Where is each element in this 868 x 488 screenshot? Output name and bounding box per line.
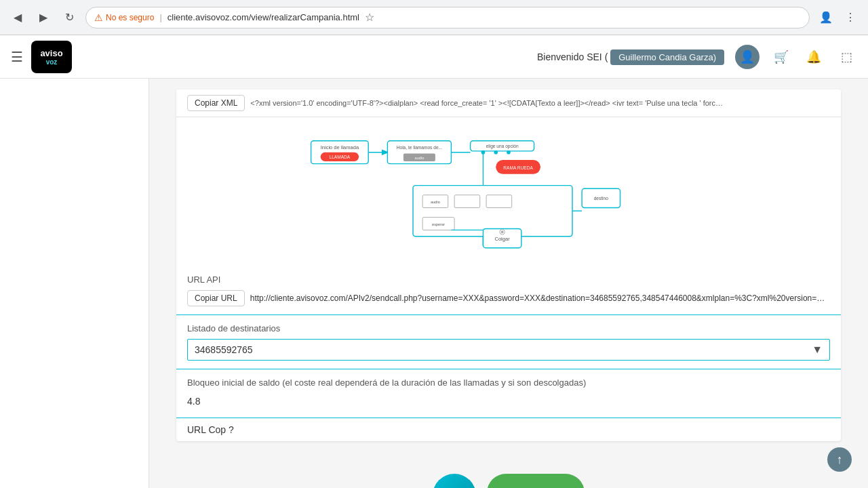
svg-text:esperar: esperar	[432, 222, 445, 226]
copy-url-button[interactable]: Copiar URL	[187, 290, 245, 306]
scroll-top-icon: ↑	[837, 453, 843, 467]
logo-aviso: aviso	[40, 48, 62, 58]
url-api-label: URL API	[187, 274, 830, 285]
hamburger-icon[interactable]: ☰	[11, 49, 23, 65]
destinatarios-label: Listado de destinatarios	[187, 323, 830, 333]
svg-text:RAMA RUEDA: RAMA RUEDA	[503, 165, 533, 170]
logo-voz: voz	[46, 58, 58, 66]
destinatarios-value: 34685592765	[195, 344, 812, 355]
nav-right: Bienvenido SEI ( Guillermo Candia Garza)…	[537, 45, 857, 69]
svg-point-16	[507, 150, 511, 155]
refresh-button[interactable]: ↻	[60, 8, 79, 27]
send-check-icon: ✓	[509, 484, 521, 488]
xml-header: Copiar XML <?xml version='1.0' encoding=…	[176, 89, 841, 117]
content-area: Copiar XML <?xml version='1.0' encoding=…	[149, 79, 868, 488]
avatar-icon: 👤	[740, 49, 755, 64]
logout-button[interactable]: ⬚	[835, 46, 857, 68]
destinatarios-select[interactable]: 34685592765 ▼	[187, 339, 830, 361]
svg-text:Inicio de llamada: Inicio de llamada	[321, 144, 359, 150]
welcome-text: Bienvenido SEI ( Guillermo Candia Garza)	[537, 52, 724, 62]
svg-text:LLAMADA: LLAMADA	[330, 155, 351, 159]
top-nav: ☰ aviso voz Bienvenido SEI ( Guillermo C…	[0, 35, 868, 79]
svg-text:audio: audio	[415, 156, 425, 160]
buttons-container: ◀ ✓ Enviar	[433, 458, 584, 488]
bloqueo-value: 4.8	[187, 393, 830, 409]
back-button[interactable]: ◀	[8, 8, 27, 27]
menu-button[interactable]: ⋮	[841, 8, 860, 27]
avatar: 👤	[735, 45, 760, 69]
flow-diagram: Inicio de llamada LLAMADA Hola, te llama…	[176, 117, 841, 266]
browser-chrome: ◀ ▶ ↻ ⚠ No es seguro | cliente.avisovoz.…	[0, 0, 868, 35]
svg-text:Hola, te llamamos de...: Hola, te llamamos de...	[397, 145, 442, 150]
send-button[interactable]: ✓ Enviar	[487, 474, 584, 488]
url-api-section: URL API Copiar URL http://cliente.avisov…	[176, 266, 841, 315]
svg-text:audio: audio	[431, 200, 440, 204]
address-bar: ⚠ No es seguro | cliente.avisovoz.com/vi…	[85, 7, 810, 28]
notifications-button[interactable]: 🔔	[803, 46, 825, 68]
main-card: Copiar XML <?xml version='1.0' encoding=…	[176, 89, 841, 441]
diagram-svg: Inicio de llamada LLAMADA Hola, te llama…	[187, 128, 830, 256]
browser-actions: 👤 ⋮	[816, 8, 860, 27]
url-cop-section: URL Cop ?	[176, 418, 841, 441]
profile-button[interactable]: 👤	[816, 8, 835, 27]
sidebar	[0, 79, 149, 488]
svg-text:destino: destino	[594, 196, 609, 201]
dropdown-arrow-icon[interactable]: ▼	[812, 344, 823, 356]
security-text: No es seguro	[106, 13, 154, 22]
url-api-row: Copiar URL http://cliente.avisovoz.com/A…	[187, 290, 830, 306]
warning-icon: ⚠	[94, 12, 103, 23]
cart-button[interactable]: 🛒	[770, 46, 792, 68]
bloqueo-section: Bloqueo inicial de saldo (el coste real …	[176, 369, 841, 418]
back-button[interactable]: ◀	[433, 474, 476, 488]
send-label: Enviar	[528, 486, 562, 489]
url-cop-label: URL Cop ?	[187, 424, 234, 435]
xml-preview: <?xml version='1.0' encoding='UTF-8'?><d…	[250, 99, 725, 107]
copy-xml-button[interactable]: Copiar XML	[187, 95, 245, 111]
svg-text:elige una opción: elige una opción	[486, 144, 519, 149]
svg-point-30	[501, 230, 504, 233]
logo: aviso voz	[31, 41, 72, 73]
scroll-to-top-button[interactable]: ↑	[827, 447, 852, 472]
main-layout: Copiar XML <?xml version='1.0' encoding=…	[0, 79, 868, 488]
bloqueo-label: Bloqueo inicial de saldo (el coste real …	[187, 378, 830, 388]
separator: |	[159, 12, 161, 22]
destinatarios-section: Listado de destinatarios 34685592765 ▼	[176, 315, 841, 369]
svg-text:Colgar: Colgar	[495, 236, 511, 242]
user-badge: Guillermo Candia Garza)	[610, 49, 724, 65]
svg-point-15	[494, 150, 498, 155]
svg-rect-22	[486, 195, 512, 208]
url-text[interactable]: cliente.avisovoz.com/view/realizarCampan…	[167, 12, 359, 22]
security-warning: ⚠ No es seguro	[94, 12, 154, 23]
svg-rect-21	[454, 195, 480, 208]
bookmark-icon[interactable]: ☆	[365, 11, 374, 24]
url-api-value: http://cliente.avisovoz.com/APIv2/sendca…	[250, 293, 830, 303]
forward-button[interactable]: ▶	[34, 8, 53, 27]
